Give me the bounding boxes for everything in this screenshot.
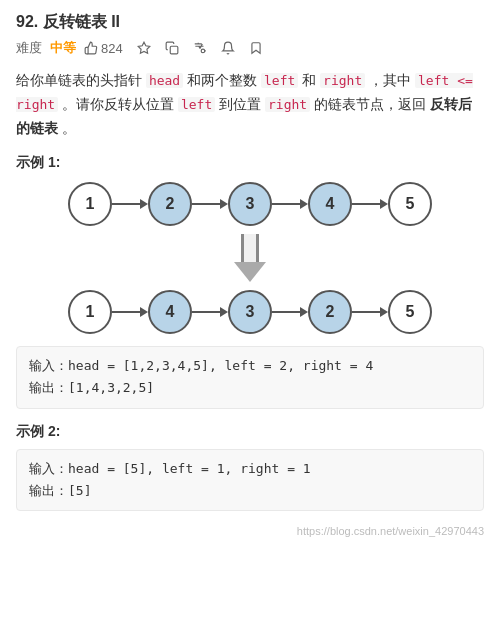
page-title: 92. 反转链表 II <box>16 12 484 33</box>
arrow <box>352 199 388 209</box>
difficulty-label: 难度 <box>16 39 42 57</box>
svg-rect-1 <box>170 46 178 54</box>
arrow <box>192 199 228 209</box>
arrow <box>112 199 148 209</box>
list1-bottom: 14325 <box>68 290 432 334</box>
list-node: 2 <box>148 182 192 226</box>
arrow <box>272 199 308 209</box>
watermark: https://blog.csdn.net/weixin_42970443 <box>16 525 484 537</box>
list-node: 1 <box>68 290 112 334</box>
example1-code: 输入：head = [1,2,3,4,5], left = 2, right =… <box>16 346 484 408</box>
likes[interactable]: 824 <box>84 41 123 56</box>
list1-top: 12345 <box>68 182 432 226</box>
arrow <box>192 307 228 317</box>
list-node: 5 <box>388 290 432 334</box>
down-arrow <box>234 234 266 282</box>
difficulty-badge: 中等 <box>50 39 76 57</box>
diagram1: 12345 14325 <box>16 182 484 334</box>
list-node: 1 <box>68 182 112 226</box>
list-node: 3 <box>228 290 272 334</box>
example2-code: 输入：head = [5], left = 1, right = 1 输出：[5… <box>16 449 484 511</box>
thumb-up-icon <box>84 41 98 55</box>
svg-marker-0 <box>138 42 150 53</box>
share-icon[interactable] <box>165 41 179 55</box>
bell-icon[interactable] <box>221 41 235 55</box>
arrow <box>352 307 388 317</box>
list-node: 5 <box>388 182 432 226</box>
example1-input: 输入：head = [1,2,3,4,5], left = 2, right =… <box>29 355 471 377</box>
translate-icon[interactable] <box>193 41 207 55</box>
example2-input: 输入：head = [5], left = 1, right = 1 <box>29 458 471 480</box>
likes-count: 824 <box>101 41 123 56</box>
list-node: 4 <box>308 182 352 226</box>
arrow <box>272 307 308 317</box>
arrow <box>112 307 148 317</box>
list-node: 2 <box>308 290 352 334</box>
example1-output: 输出：[1,4,3,2,5] <box>29 377 471 399</box>
example2-output: 输出：[5] <box>29 480 471 502</box>
example2-title: 示例 2: <box>16 423 484 441</box>
list-node: 3 <box>228 182 272 226</box>
list-node: 4 <box>148 290 192 334</box>
example1-title: 示例 1: <box>16 154 484 172</box>
star-icon[interactable] <box>137 41 151 55</box>
bookmark-icon[interactable] <box>249 41 263 55</box>
description: 给你单链表的头指针 head 和两个整数 left 和 right ，其中 le… <box>16 69 484 140</box>
